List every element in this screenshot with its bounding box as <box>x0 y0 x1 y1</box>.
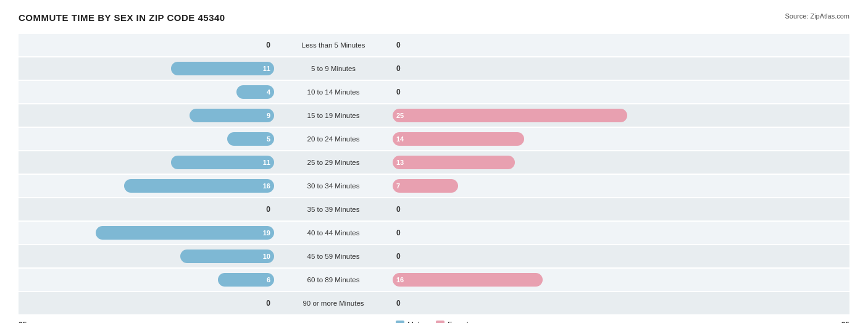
right-section: 0 <box>389 41 849 49</box>
right-axis-label: 25 <box>831 321 849 323</box>
left-section: 4 <box>19 85 278 99</box>
legend-row: 25 Male Female 25 <box>19 321 849 323</box>
bar-row: 11 25 to 29 Minutes 13 <box>19 151 849 174</box>
bar-row: 5 20 to 24 Minutes 14 <box>19 128 849 150</box>
male-bar-value: 16 <box>263 182 270 190</box>
male-bar-value: 9 <box>267 112 270 119</box>
male-bar: 6 <box>218 273 274 287</box>
female-legend-box <box>436 321 444 323</box>
bar-row: 9 15 to 19 Minutes 25 <box>19 104 849 127</box>
left-section: 11 <box>19 62 278 75</box>
row-label: 15 to 19 Minutes <box>278 112 389 119</box>
female-outside-value: 0 <box>396 41 411 49</box>
male-bar-value: 5 <box>267 135 270 143</box>
source-text: Source: ZipAtlas.com <box>785 12 849 20</box>
bar-row: 6 60 to 89 Minutes 16 <box>19 269 849 291</box>
row-label: 40 to 44 Minutes <box>278 229 389 237</box>
female-bar: 13 <box>393 156 515 169</box>
left-section: 19 <box>19 226 278 240</box>
male-bar: 4 <box>236 85 274 99</box>
legend-center: Male Female <box>396 321 472 323</box>
male-bar: 9 <box>190 109 274 122</box>
bar-row: 0 90 or more Minutes 0 <box>19 292 849 314</box>
right-section: 25 <box>389 109 849 122</box>
row-label: 45 to 59 Minutes <box>278 253 389 260</box>
chart-title: COMMUTE TIME BY SEX IN ZIP CODE 45340 <box>19 12 225 23</box>
row-label: 25 to 29 Minutes <box>278 159 389 166</box>
bar-row: 4 10 to 14 Minutes 0 <box>19 81 849 103</box>
left-section: 0 <box>19 299 278 308</box>
right-section: 0 <box>389 205 849 214</box>
right-section: 16 <box>389 273 849 287</box>
left-section: 0 <box>19 205 278 214</box>
male-bar: 16 <box>124 179 274 193</box>
right-section: 0 <box>389 64 849 73</box>
left-section: 10 <box>19 250 278 263</box>
right-section: 7 <box>389 179 849 193</box>
male-bar-value: 11 <box>263 65 270 72</box>
bar-row: 0 35 to 39 Minutes 0 <box>19 198 849 220</box>
male-bar-value: 4 <box>267 88 270 96</box>
male-bar-value: 19 <box>263 229 270 237</box>
male-outside-value: 0 <box>256 205 270 214</box>
bar-row: 16 30 to 34 Minutes 7 <box>19 175 849 197</box>
male-bar: 10 <box>180 250 274 263</box>
right-section: 13 <box>389 156 849 169</box>
female-bar: 16 <box>393 273 543 287</box>
row-label: 30 to 34 Minutes <box>278 182 389 190</box>
female-bar-value: 13 <box>396 159 404 166</box>
left-section: 16 <box>19 179 278 193</box>
bar-row: 11 5 to 9 Minutes 0 <box>19 57 849 80</box>
male-legend: Male <box>396 321 424 323</box>
right-section: 14 <box>389 132 849 146</box>
row-label: 35 to 39 Minutes <box>278 206 389 213</box>
male-legend-label: Male <box>407 321 424 323</box>
female-bar-value: 25 <box>396 112 404 119</box>
female-outside-value: 0 <box>396 64 411 73</box>
left-section: 6 <box>19 273 278 287</box>
row-label: 20 to 24 Minutes <box>278 135 389 143</box>
female-bar-value: 16 <box>396 276 404 283</box>
male-outside-value: 0 <box>256 41 270 49</box>
bar-row: 19 40 to 44 Minutes 0 <box>19 222 849 244</box>
male-outside-value: 0 <box>256 299 270 308</box>
female-outside-value: 0 <box>396 205 411 214</box>
male-bar-value: 10 <box>263 253 270 260</box>
row-label: 5 to 9 Minutes <box>278 65 389 72</box>
female-outside-value: 0 <box>396 252 411 261</box>
male-legend-box <box>396 321 404 323</box>
right-section: 0 <box>389 252 849 261</box>
male-bar: 5 <box>227 132 274 146</box>
male-bar-value: 6 <box>267 276 270 283</box>
left-section: 11 <box>19 156 278 169</box>
female-legend-label: Female <box>448 321 472 323</box>
left-section: 5 <box>19 132 278 146</box>
male-bar: 11 <box>171 156 274 169</box>
header: COMMUTE TIME BY SEX IN ZIP CODE 45340 So… <box>19 12 849 23</box>
row-label: 60 to 89 Minutes <box>278 276 389 283</box>
right-section: 0 <box>389 88 849 96</box>
left-section: 9 <box>19 109 278 122</box>
male-bar: 11 <box>171 62 274 75</box>
right-section: 0 <box>389 229 849 237</box>
left-axis-label: 25 <box>19 321 37 323</box>
female-legend: Female <box>436 321 472 323</box>
right-section: 0 <box>389 299 849 308</box>
female-bar-value: 7 <box>396 182 400 190</box>
female-outside-value: 0 <box>396 88 411 96</box>
chart-area: 0 Less than 5 Minutes 0 11 5 to 9 Minute… <box>19 34 849 314</box>
row-label: Less than 5 Minutes <box>278 41 389 49</box>
left-section: 0 <box>19 41 278 49</box>
chart-container: COMMUTE TIME BY SEX IN ZIP CODE 45340 So… <box>19 12 849 323</box>
female-outside-value: 0 <box>396 229 411 237</box>
female-bar-value: 14 <box>396 135 404 143</box>
row-label: 90 or more Minutes <box>278 300 389 307</box>
female-bar: 25 <box>393 109 627 122</box>
female-outside-value: 0 <box>396 299 411 308</box>
bar-row: 0 Less than 5 Minutes 0 <box>19 34 849 56</box>
female-bar: 14 <box>393 132 524 146</box>
male-bar: 19 <box>96 226 274 240</box>
male-bar-value: 11 <box>263 159 270 166</box>
row-label: 10 to 14 Minutes <box>278 88 389 96</box>
female-bar: 7 <box>393 179 458 193</box>
